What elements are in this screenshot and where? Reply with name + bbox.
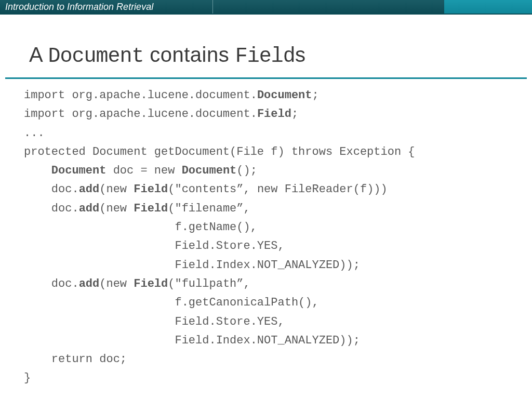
title-prefix: A (29, 43, 48, 66)
slide-title: A Document contains Fields (29, 43, 503, 68)
code-line-6: doc.add(new Field("contents”, new FileRe… (24, 183, 388, 196)
code-line-13: Field.Store.YES, (24, 315, 285, 328)
title-mid: contains (144, 43, 235, 66)
code-line-10: Field.Index.NOT_ANALYZED)); (24, 259, 360, 272)
code-line-16: } (24, 371, 31, 384)
code-line-9: Field.Store.YES, (24, 240, 285, 252)
header-right (444, 0, 532, 14)
title-mono-document: Document (48, 45, 144, 68)
title-suffix: s (295, 43, 306, 66)
code-line-2: import org.apache.lucene.document.Field; (24, 108, 298, 121)
title-area: A Document contains Fields (0, 15, 532, 73)
code-line-5: Document doc = new Document(); (24, 164, 257, 177)
header-mid (213, 0, 444, 14)
code-line-1: import org.apache.lucene.document.Docume… (24, 89, 319, 102)
code-line-15: return doc; (24, 353, 127, 366)
title-mono-field: Field (235, 45, 295, 68)
header-title: Introduction to Information Retrieval (0, 0, 213, 14)
code-line-7: doc.add(new Field("filename”, (24, 202, 250, 215)
code-line-4: protected Document getDocument(File f) t… (24, 145, 415, 158)
code-block: import org.apache.lucene.document.Docume… (0, 79, 532, 388)
code-line-12: f.getCanonicalPath(), (24, 296, 319, 309)
code-line-8: f.getName(), (24, 221, 257, 234)
top-bar: Introduction to Information Retrieval (0, 0, 532, 15)
code-line-14: Field.Index.NOT_ANALYZED)); (24, 334, 360, 347)
code-line-3: ... (24, 127, 45, 140)
code-line-11: doc.add(new Field("fullpath”, (24, 277, 250, 290)
